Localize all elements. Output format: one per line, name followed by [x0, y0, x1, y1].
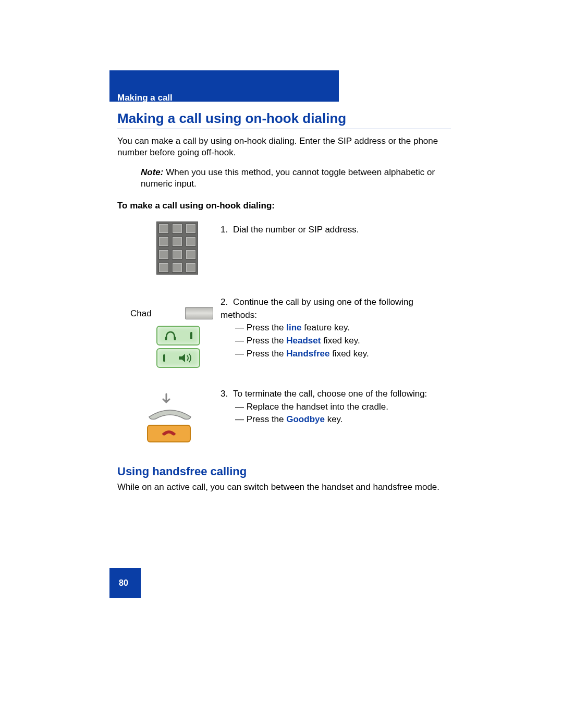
page-title: Making a call using on-hook dialing	[117, 110, 451, 129]
svg-rect-1	[174, 337, 176, 340]
subsection-title: Using handsfree calling	[117, 465, 247, 478]
step-3-lead: To terminate the call, choose one of the…	[233, 389, 427, 399]
section-name: Making a call	[117, 93, 173, 103]
step-2a-post: feature key.	[302, 323, 350, 332]
intro-paragraph: You can make a call by using on-hook dia…	[117, 135, 451, 158]
note-text: When you use this method, you cannot tog…	[141, 167, 435, 189]
svg-rect-3	[163, 354, 165, 362]
keypad-icon	[156, 221, 198, 275]
step-2-lead: Continue the call by using one of the fo…	[221, 297, 413, 320]
line-key-label: Chad	[130, 309, 152, 319]
headset-key-icon	[156, 326, 200, 346]
step-3a: — Replace the handset into the cradle.	[235, 401, 450, 414]
svg-rect-0	[165, 337, 167, 340]
step-3: 3.To terminate the call, choose one of t…	[221, 388, 450, 426]
goodbye-key-icon	[147, 425, 191, 442]
note-block: Note: When you use this method, you cann…	[141, 167, 448, 190]
step-3b-post: key.	[325, 414, 343, 424]
step-2: 2.Continue the call by using one of the …	[221, 296, 450, 360]
step-3-number: 3.	[221, 388, 233, 401]
step-1: 1.Dial the number or SIP address.	[221, 224, 450, 236]
document-page: Making a call Making a call using on-hoo…	[0, 0, 563, 728]
handsfree-key-icon	[156, 348, 200, 368]
handsfree-key-term: Handsfree	[286, 349, 329, 359]
step-1-number: 1.	[221, 224, 233, 236]
softkey-icon	[185, 307, 213, 319]
note-label: Note:	[141, 167, 163, 177]
goodbye-key-term: Goodbye	[286, 414, 325, 424]
handset-icon	[145, 406, 195, 421]
step-2c-post: fixed key.	[329, 349, 369, 359]
step-2b-post: fixed key.	[321, 336, 360, 346]
svg-rect-2	[190, 332, 192, 339]
step-2a-pre: — Press the	[235, 323, 286, 332]
step-2-number: 2.	[221, 296, 233, 309]
page-number: 80	[119, 578, 128, 588]
step-2c-pre: — Press the	[235, 349, 286, 359]
line-key-term: line	[286, 323, 301, 332]
subsection-body: While on an active call, you can switch …	[117, 482, 451, 493]
svg-marker-4	[179, 354, 185, 362]
headset-key-term: Headset	[286, 336, 321, 346]
step-1-text: Dial the number or SIP address.	[233, 225, 359, 235]
procedure-heading: To make a call using on-hook dialing:	[117, 201, 275, 211]
step-2b-pre: — Press the	[235, 336, 286, 346]
step-3b-pre: — Press the	[235, 414, 286, 424]
